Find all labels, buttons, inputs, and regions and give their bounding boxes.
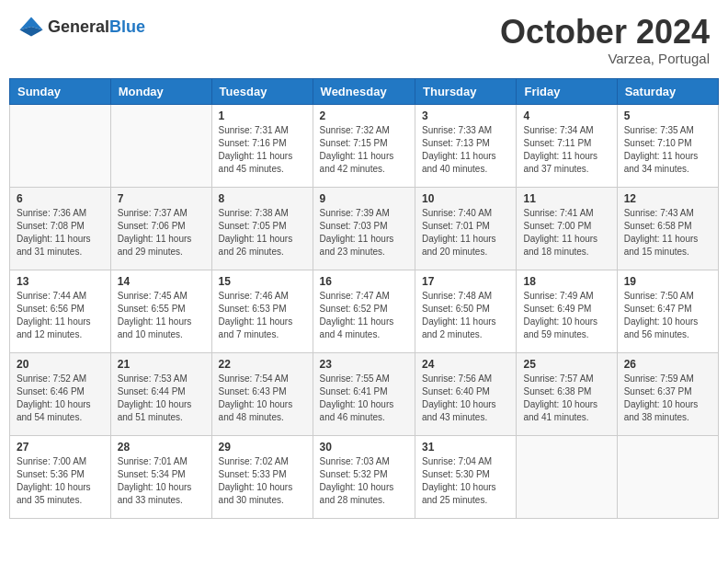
day-number: 10: [422, 192, 509, 205]
day-info: Sunrise: 7:45 AM Sunset: 6:55 PM Dayligh…: [118, 290, 205, 341]
day-info: Sunrise: 7:48 AM Sunset: 6:50 PM Dayligh…: [422, 290, 509, 341]
day-info: Sunrise: 7:46 AM Sunset: 6:53 PM Dayligh…: [219, 290, 306, 341]
day-number: 25: [523, 358, 609, 371]
day-number: 31: [422, 441, 509, 454]
location: Varzea, Portugal: [500, 51, 710, 66]
calendar-header-row: SundayMondayTuesdayWednesdayThursdayFrid…: [10, 78, 719, 104]
day-number: 23: [320, 358, 408, 371]
calendar-cell: 27Sunrise: 7:00 AM Sunset: 5:36 PM Dayli…: [10, 435, 111, 518]
day-number: 30: [320, 441, 408, 454]
day-info: Sunrise: 7:52 AM Sunset: 6:46 PM Dayligh…: [17, 373, 104, 424]
day-number: 4: [523, 109, 609, 122]
calendar-cell: 25Sunrise: 7:57 AM Sunset: 6:38 PM Dayli…: [517, 352, 617, 435]
day-info: Sunrise: 7:04 AM Sunset: 5:30 PM Dayligh…: [422, 455, 509, 507]
day-number: 24: [422, 358, 509, 371]
logo-text-blue: Blue: [109, 17, 145, 36]
calendar-cell: 6Sunrise: 7:36 AM Sunset: 7:08 PM Daylig…: [10, 187, 111, 270]
calendar-cell: 15Sunrise: 7:46 AM Sunset: 6:53 PM Dayli…: [211, 270, 313, 352]
day-number: 16: [320, 275, 408, 288]
day-info: Sunrise: 7:50 AM Sunset: 6:47 PM Dayligh…: [624, 290, 711, 341]
day-info: Sunrise: 7:57 AM Sunset: 6:38 PM Dayligh…: [523, 373, 609, 424]
day-info: Sunrise: 7:49 AM Sunset: 6:49 PM Dayligh…: [523, 290, 609, 341]
day-info: Sunrise: 7:34 AM Sunset: 7:11 PM Dayligh…: [523, 124, 609, 176]
calendar-cell: 31Sunrise: 7:04 AM Sunset: 5:30 PM Dayli…: [415, 435, 517, 518]
calendar-cell: 7Sunrise: 7:37 AM Sunset: 7:06 PM Daylig…: [110, 187, 211, 270]
day-number: 2: [320, 109, 408, 122]
day-info: Sunrise: 7:31 AM Sunset: 7:16 PM Dayligh…: [219, 124, 306, 176]
day-info: Sunrise: 7:37 AM Sunset: 7:06 PM Dayligh…: [118, 207, 205, 259]
day-info: Sunrise: 7:38 AM Sunset: 7:05 PM Dayligh…: [219, 207, 306, 259]
day-number: 13: [17, 275, 104, 288]
day-number: 18: [523, 275, 609, 288]
calendar-cell: [617, 435, 718, 518]
calendar-cell: 23Sunrise: 7:55 AM Sunset: 6:41 PM Dayli…: [313, 352, 415, 435]
calendar-week-row: 27Sunrise: 7:00 AM Sunset: 5:36 PM Dayli…: [10, 435, 719, 518]
logo-text-general: General: [48, 17, 109, 36]
calendar-cell: 10Sunrise: 7:40 AM Sunset: 7:01 PM Dayli…: [415, 187, 517, 270]
day-number: 1: [219, 109, 306, 122]
day-number: 26: [624, 358, 711, 371]
column-header-friday: Friday: [517, 78, 617, 104]
column-header-thursday: Thursday: [415, 78, 517, 104]
month-title: October 2024: [500, 14, 710, 51]
day-number: 29: [219, 441, 306, 454]
day-info: Sunrise: 7:01 AM Sunset: 5:34 PM Dayligh…: [118, 455, 205, 507]
day-info: Sunrise: 7:43 AM Sunset: 6:58 PM Dayligh…: [624, 207, 711, 259]
calendar-cell: 5Sunrise: 7:35 AM Sunset: 7:10 PM Daylig…: [617, 104, 718, 187]
day-info: Sunrise: 7:35 AM Sunset: 7:10 PM Dayligh…: [624, 124, 711, 176]
calendar-table: SundayMondayTuesdayWednesdayThursdayFrid…: [9, 78, 719, 519]
calendar-cell: 17Sunrise: 7:48 AM Sunset: 6:50 PM Dayli…: [415, 270, 517, 352]
day-number: 12: [624, 192, 711, 205]
day-info: Sunrise: 7:56 AM Sunset: 6:40 PM Dayligh…: [422, 373, 509, 424]
calendar-cell: 11Sunrise: 7:41 AM Sunset: 7:00 PM Dayli…: [517, 187, 617, 270]
day-number: 9: [320, 192, 408, 205]
day-number: 21: [118, 358, 205, 371]
logo-icon: [18, 14, 44, 40]
day-info: Sunrise: 7:39 AM Sunset: 7:03 PM Dayligh…: [320, 207, 408, 259]
day-number: 14: [118, 275, 205, 288]
calendar-cell: 24Sunrise: 7:56 AM Sunset: 6:40 PM Dayli…: [415, 352, 517, 435]
day-info: Sunrise: 7:47 AM Sunset: 6:52 PM Dayligh…: [320, 290, 408, 341]
calendar-cell: 19Sunrise: 7:50 AM Sunset: 6:47 PM Dayli…: [617, 270, 718, 352]
column-header-monday: Monday: [110, 78, 211, 104]
title-section: October 2024 Varzea, Portugal: [500, 14, 710, 66]
day-number: 5: [624, 109, 711, 122]
day-number: 3: [422, 109, 509, 122]
calendar-cell: 12Sunrise: 7:43 AM Sunset: 6:58 PM Dayli…: [617, 187, 718, 270]
day-info: Sunrise: 7:00 AM Sunset: 5:36 PM Dayligh…: [17, 455, 104, 507]
day-info: Sunrise: 7:32 AM Sunset: 7:15 PM Dayligh…: [320, 124, 408, 176]
calendar-cell: [10, 104, 111, 187]
calendar-week-row: 1Sunrise: 7:31 AM Sunset: 7:16 PM Daylig…: [10, 104, 719, 187]
calendar-cell: 29Sunrise: 7:02 AM Sunset: 5:33 PM Dayli…: [211, 435, 313, 518]
calendar-cell: 28Sunrise: 7:01 AM Sunset: 5:34 PM Dayli…: [110, 435, 211, 518]
calendar-cell: [110, 104, 211, 187]
day-info: Sunrise: 7:55 AM Sunset: 6:41 PM Dayligh…: [320, 373, 408, 424]
calendar-cell: 9Sunrise: 7:39 AM Sunset: 7:03 PM Daylig…: [313, 187, 415, 270]
calendar-cell: 4Sunrise: 7:34 AM Sunset: 7:11 PM Daylig…: [517, 104, 617, 187]
logo: GeneralBlue: [18, 14, 145, 40]
calendar-cell: 21Sunrise: 7:53 AM Sunset: 6:44 PM Dayli…: [110, 352, 211, 435]
day-number: 11: [523, 192, 609, 205]
day-number: 28: [118, 441, 205, 454]
calendar-cell: 30Sunrise: 7:03 AM Sunset: 5:32 PM Dayli…: [313, 435, 415, 518]
page-header: GeneralBlue October 2024 Varzea, Portuga…: [9, 9, 719, 71]
calendar-week-row: 6Sunrise: 7:36 AM Sunset: 7:08 PM Daylig…: [10, 187, 719, 270]
calendar-cell: 3Sunrise: 7:33 AM Sunset: 7:13 PM Daylig…: [415, 104, 517, 187]
day-number: 15: [219, 275, 306, 288]
calendar-cell: 26Sunrise: 7:59 AM Sunset: 6:37 PM Dayli…: [617, 352, 718, 435]
day-number: 22: [219, 358, 306, 371]
calendar-week-row: 13Sunrise: 7:44 AM Sunset: 6:56 PM Dayli…: [10, 270, 719, 352]
day-number: 8: [219, 192, 306, 205]
calendar-cell: 22Sunrise: 7:54 AM Sunset: 6:43 PM Dayli…: [211, 352, 313, 435]
day-number: 20: [17, 358, 104, 371]
calendar-week-row: 20Sunrise: 7:52 AM Sunset: 6:46 PM Dayli…: [10, 352, 719, 435]
day-info: Sunrise: 7:44 AM Sunset: 6:56 PM Dayligh…: [17, 290, 104, 341]
day-info: Sunrise: 7:53 AM Sunset: 6:44 PM Dayligh…: [118, 373, 205, 424]
day-info: Sunrise: 7:33 AM Sunset: 7:13 PM Dayligh…: [422, 124, 509, 176]
day-info: Sunrise: 7:41 AM Sunset: 7:00 PM Dayligh…: [523, 207, 609, 259]
column-header-saturday: Saturday: [617, 78, 718, 104]
day-number: 17: [422, 275, 509, 288]
calendar-cell: 14Sunrise: 7:45 AM Sunset: 6:55 PM Dayli…: [110, 270, 211, 352]
calendar-cell: 2Sunrise: 7:32 AM Sunset: 7:15 PM Daylig…: [313, 104, 415, 187]
day-info: Sunrise: 7:03 AM Sunset: 5:32 PM Dayligh…: [320, 455, 408, 507]
